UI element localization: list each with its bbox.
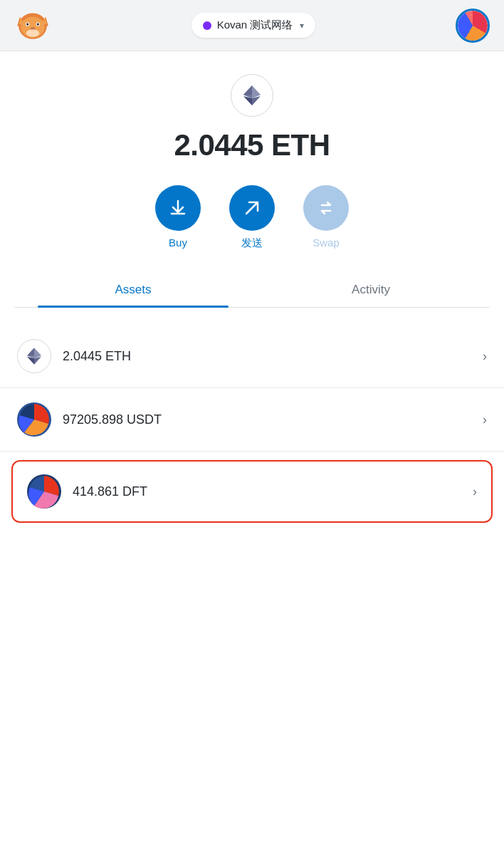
asset-item-usdt[interactable]: 97205.898 USDT › bbox=[0, 388, 504, 452]
main-content: 2.0445 ETH Buy 发送 bbox=[0, 51, 504, 849]
send-icon bbox=[242, 198, 262, 218]
wallet-section: 2.0445 ETH Buy 发送 bbox=[0, 51, 504, 325]
usdt-icon-graphic bbox=[17, 402, 51, 437]
avatar-graphic bbox=[458, 11, 488, 41]
buy-label: Buy bbox=[169, 236, 187, 249]
header: Kovan 测试网络 ▾ bbox=[0, 0, 504, 51]
buy-icon-circle bbox=[155, 185, 201, 231]
tab-assets[interactable]: Assets bbox=[14, 273, 252, 307]
send-button[interactable]: 发送 bbox=[229, 185, 275, 250]
dft-icon-graphic bbox=[27, 474, 61, 509]
network-selector[interactable]: Kovan 测试网络 ▾ bbox=[191, 13, 316, 38]
eth-asset-icon bbox=[17, 339, 51, 373]
chevron-down-icon: ▾ bbox=[300, 21, 304, 31]
svg-point-11 bbox=[26, 29, 40, 36]
usdt-asset-icon bbox=[17, 402, 51, 437]
asset-item-dft[interactable]: 414.861 DFT › bbox=[11, 460, 493, 523]
usdt-balance: 97205.898 USDT bbox=[63, 412, 483, 427]
tab-activity[interactable]: Activity bbox=[252, 273, 490, 307]
asset-item-eth[interactable]: 2.0445 ETH › bbox=[0, 325, 504, 388]
swap-label: Swap bbox=[313, 236, 340, 249]
asset-list: 2.0445 ETH › 97205.898 USDT › bbox=[0, 325, 504, 523]
account-avatar[interactable] bbox=[456, 9, 490, 43]
eth-balance: 2.0445 ETH bbox=[63, 349, 483, 364]
download-icon bbox=[168, 198, 188, 218]
eth-chevron-icon: › bbox=[483, 349, 487, 364]
svg-point-8 bbox=[26, 23, 28, 25]
swap-icon bbox=[316, 198, 336, 218]
ethereum-asset-icon bbox=[23, 345, 45, 367]
network-dot bbox=[203, 21, 211, 30]
swap-button[interactable]: Swap bbox=[303, 185, 349, 250]
send-icon-circle bbox=[229, 185, 275, 231]
svg-marker-17 bbox=[243, 85, 252, 98]
ethereum-icon bbox=[239, 83, 265, 108]
dft-asset-icon bbox=[27, 474, 61, 509]
usdt-chevron-icon: › bbox=[483, 412, 487, 427]
dft-balance: 414.861 DFT bbox=[73, 484, 473, 499]
wallet-balance: 2.0445 ETH bbox=[174, 128, 330, 162]
metamask-logo bbox=[14, 6, 51, 46]
swap-icon-circle bbox=[303, 185, 349, 231]
eth-icon-container bbox=[231, 74, 273, 117]
network-label: Kovan 测试网络 bbox=[217, 19, 293, 32]
send-label: 发送 bbox=[241, 236, 263, 250]
svg-point-9 bbox=[37, 23, 39, 25]
tabs: Assets Activity bbox=[14, 273, 490, 308]
action-buttons: Buy 发送 Swap bbox=[155, 185, 349, 250]
dft-chevron-icon: › bbox=[473, 484, 477, 499]
buy-button[interactable]: Buy bbox=[155, 185, 201, 250]
